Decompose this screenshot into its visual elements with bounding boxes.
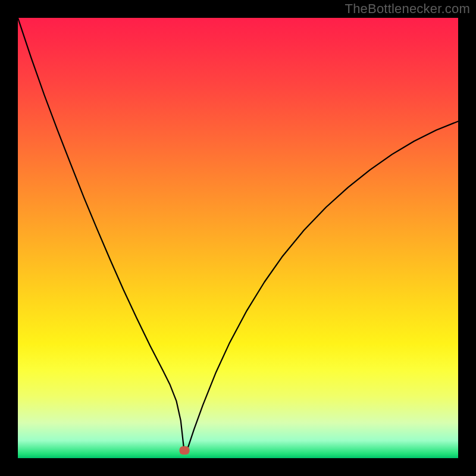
watermark-text: TheBottlenecker.com	[345, 1, 470, 17]
chart-frame: TheBottlenecker.com	[0, 0, 476, 476]
plot-area	[18, 18, 458, 458]
minimum-marker	[179, 446, 189, 455]
curve-svg	[18, 18, 458, 458]
bottleneck-curve	[18, 18, 458, 449]
